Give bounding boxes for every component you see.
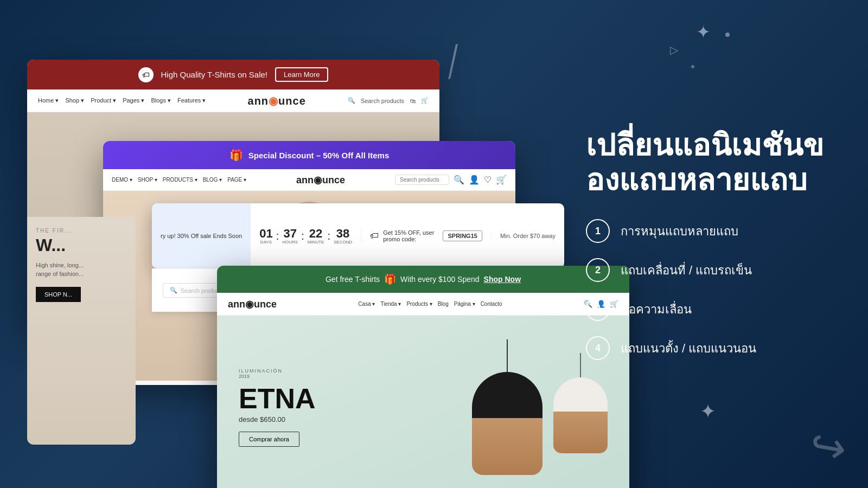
screen5-product-content: ILUMINACIÓN 2019 ETNA desde $650.00 Comp…: [239, 368, 316, 447]
screen2-navbar: DEMO ▾ SHOP ▾ PRODUCTS ▾ BLOG ▾ PAGE ▾ a…: [103, 169, 515, 191]
search-icon: 🔍: [348, 97, 355, 104]
screen3-sale-text: ry up! 30% Off sale Ends Soon: [152, 203, 251, 268]
feature-text-3: ข้อความเลื่อน: [621, 300, 692, 319]
screen2-nav-links: DEMO ▾ SHOP ▾ PRODUCTS ▾ BLOG ▾ PAGE ▾: [112, 177, 246, 183]
user-icon: 👤: [469, 175, 480, 185]
screen2-search-input[interactable]: [395, 175, 449, 185]
screen5-year: 2019: [239, 374, 316, 379]
left-fade-panel: THE FIR... W... High shine, long...range…: [27, 217, 136, 445]
search-icon-2: 🔍: [454, 175, 464, 185]
screen2-logo: ann◉unce: [251, 174, 391, 186]
wishlist-icon: 🛍: [410, 98, 416, 104]
feature-num-3: 3: [586, 297, 610, 321]
screen5-category: ILUMINACIÓN: [239, 368, 316, 374]
screen2-bar-text: Special Discount – 50% Off All Items: [248, 151, 390, 160]
feature-list: 1 การหมุนแถบหลายแถบ 2 แถบเคลื่อนที่ / แถ…: [586, 219, 825, 360]
promo-code: SPRING15: [443, 230, 482, 241]
screen5-price: desde $650.00: [239, 415, 316, 423]
screen1-nav-right: 🔍 Search products 🛍 🛒: [348, 97, 429, 104]
gift-icon: 🎁: [229, 149, 243, 162]
feature-item-1: 1 การหมุนแถบหลายแถบ: [586, 219, 825, 243]
search-placeholder: Search products: [361, 98, 404, 104]
screens-area: 🏷 High Quality T-Shirts on Sale! Learn M…: [27, 27, 629, 472]
screen1-tag-icon: 🏷: [138, 67, 154, 82]
countdown-timer: 01 DAYS : 37 HOURS : 22 MINUTE : 38 SECO…: [251, 228, 361, 245]
feature-text-2: แถบเคลื่อนที่ / แถบรถเข็น: [621, 261, 752, 280]
screen1-logo: ann◉unce: [210, 94, 343, 107]
feature-text-1: การหมุนแถบหลายแถบ: [621, 222, 738, 241]
lamp-cord-large: [507, 339, 508, 372]
promo-text: Get 15% OFF, user promo code:: [383, 229, 438, 242]
feature-item-3: 3 ข้อความเลื่อน: [586, 297, 825, 321]
screen1-bar-text: High Quality T-Shirts on Sale!: [161, 70, 267, 79]
screen1-navbar: Home ▾ Shop ▾ Product ▾ Pages ▾ Blogs ▾ …: [27, 89, 439, 112]
screen-3-countdown-bar: ry up! 30% Off sale Ends Soon 01 DAYS : …: [152, 203, 564, 268]
screen5-gift-icon: 🎁: [384, 273, 396, 285]
screen5-nav-links: Casa ▾ Tienda ▾ Products ▾ Blog Página ▾…: [282, 301, 578, 307]
search-icon-3: 🔍: [170, 287, 177, 294]
cart-icon: 🛒: [421, 97, 429, 104]
feature-item-4: 4 แถบแนวตั้ง / แถบแนวนอน: [586, 336, 825, 360]
cart-icon-2: 🛒: [496, 175, 507, 185]
screen1-nav-links: Home ▾ Shop ▾ Product ▾ Pages ▾ Blogs ▾ …: [38, 97, 206, 104]
screen1-learn-more-button[interactable]: Learn More: [275, 67, 328, 82]
screen5-logo: ann◉unce: [228, 298, 277, 310]
screen5-shop-now-link[interactable]: Shop Now: [484, 275, 521, 284]
heart-icon: ♡: [484, 175, 492, 185]
screen1-announcement-bar: 🏷 High Quality T-Shirts on Sale! Learn M…: [27, 60, 439, 89]
lamp-shade-large: [472, 372, 542, 475]
screen5-product-name: ETNA: [239, 384, 316, 413]
countdown-days: 01 DAYS: [259, 228, 272, 245]
right-panel: เปลี่ยนแอนิเมชันข องแถบหลายแถบ 1 การหมุน…: [553, 0, 868, 488]
countdown-seconds: 38 SECOND: [334, 228, 352, 245]
feature-text-4: แถบแนวตั้ง / แถบแนวนอน: [621, 339, 756, 358]
countdown-minutes: 22 MINUTE: [308, 228, 324, 245]
feature-num-4: 4: [586, 336, 610, 360]
feature-num-2: 2: [586, 258, 610, 282]
main-title: เปลี่ยนแอนิเมชันข องแถบหลายแถบ: [586, 128, 825, 198]
feature-item-2: 2 แถบเคลื่อนที่ / แถบรถเข็น: [586, 258, 825, 282]
screen5-bar-text2: With every $100 Spend: [400, 275, 480, 284]
screen5-buy-button[interactable]: Comprar ahora: [239, 432, 299, 447]
promo-tag-icon: 🏷: [370, 231, 379, 241]
countdown-hours: 37 HOURS: [282, 228, 298, 245]
feature-num-1: 1: [586, 219, 610, 243]
screen2-announcement-bar: 🎁 Special Discount – 50% Off All Items: [103, 141, 515, 169]
shop-now-button[interactable]: SHOP N...: [36, 287, 81, 302]
screen5-bar-text1: Get free T-shirts: [326, 275, 380, 284]
screen3-promo-section: 🏷 Get 15% OFF, user promo code: SPRING15: [361, 229, 491, 242]
